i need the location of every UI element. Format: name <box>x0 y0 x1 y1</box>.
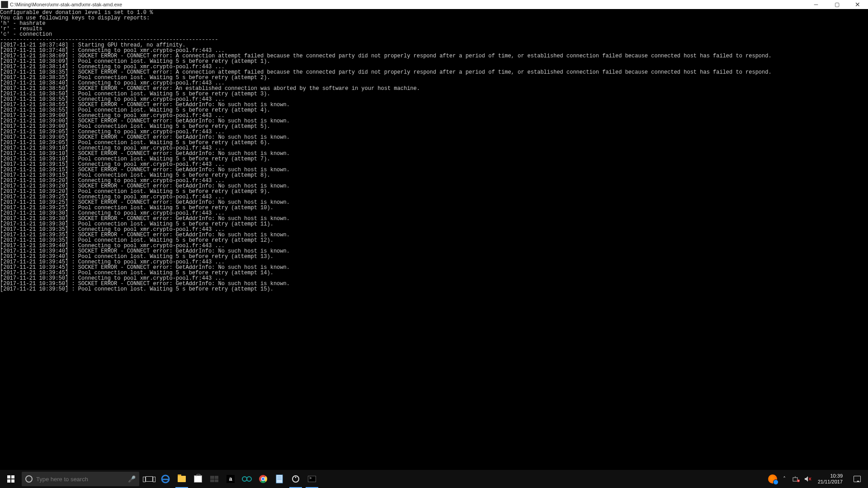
window-titlebar[interactable]: C:\Mining\Monero\xmr-stak-amd\xmr-stak-a… <box>0 0 868 9</box>
svg-text:✕: ✕ <box>797 479 799 482</box>
notepad-icon <box>275 474 283 483</box>
action-center-icon <box>854 476 861 482</box>
taskbar-amazon[interactable]: a <box>222 470 239 488</box>
console-line: [2017-11-21 10:39:50] : Pool connection … <box>0 286 868 292</box>
windows-logo-icon <box>7 475 14 483</box>
chevron-up-icon: ˄ <box>783 476 786 482</box>
dropbox-icon <box>210 476 218 482</box>
app-icon <box>1 1 8 8</box>
tray-network[interactable]: ✕ <box>792 470 801 488</box>
taskbar-edge[interactable] <box>157 470 174 488</box>
console-line: You can use following keys to display re… <box>0 15 868 21</box>
system-tray: ˄ ✕ 10:39 21/11/2017 <box>766 470 868 488</box>
svg-marker-20 <box>805 476 808 482</box>
taskbar-file-explorer[interactable] <box>174 470 190 488</box>
minimize-button[interactable]: ─ <box>806 0 826 9</box>
taskbar-arduino[interactable] <box>239 470 255 488</box>
tray-volume[interactable] <box>803 470 812 488</box>
search-input[interactable] <box>36 476 124 483</box>
taskbar-notepad[interactable] <box>271 470 288 488</box>
taskbar-clock[interactable]: 10:39 21/11/2017 <box>815 473 845 485</box>
action-center-button[interactable] <box>848 470 866 488</box>
taskbar-settings[interactable] <box>288 470 304 488</box>
svg-rect-12 <box>276 475 283 483</box>
svg-rect-3 <box>11 479 14 483</box>
console-output[interactable]: Configurable dev donation level is set t… <box>0 9 868 470</box>
taskbar-dropbox[interactable] <box>206 470 222 488</box>
command-prompt-icon <box>308 476 316 482</box>
tray-avast[interactable] <box>768 470 777 488</box>
clock-time: 10:39 <box>818 473 843 479</box>
svg-rect-1 <box>11 475 14 479</box>
folder-icon <box>178 476 186 482</box>
volume-mute-icon <box>804 476 811 482</box>
taskbar: 🎤 a ˄ ✕ 10:39 21/11/2017 <box>0 470 868 488</box>
svg-rect-0 <box>7 475 10 479</box>
svg-point-11 <box>262 478 264 480</box>
chrome-icon <box>259 474 268 483</box>
svg-rect-2 <box>7 479 10 483</box>
clock-date: 21/11/2017 <box>818 479 843 485</box>
maximize-button[interactable]: ▢ <box>826 0 847 9</box>
console-line: 'r' - results <box>0 26 868 32</box>
taskbar-microsoft-store[interactable] <box>190 470 206 488</box>
taskbar-command-prompt[interactable] <box>304 470 320 488</box>
gear-icon <box>292 475 299 483</box>
amazon-icon: a <box>226 475 235 483</box>
start-button[interactable] <box>0 470 22 488</box>
svg-rect-16 <box>793 478 797 481</box>
network-error-icon: ✕ <box>793 476 800 482</box>
task-view-icon <box>146 476 153 482</box>
avast-icon <box>768 474 777 483</box>
tray-show-hidden[interactable]: ˄ <box>780 470 789 488</box>
microphone-icon[interactable]: 🎤 <box>124 475 139 483</box>
cortana-icon[interactable] <box>22 475 36 483</box>
svg-point-5 <box>242 477 247 481</box>
arduino-icon <box>242 476 252 482</box>
taskbar-chrome[interactable] <box>255 470 271 488</box>
search-box[interactable]: 🎤 <box>22 472 139 486</box>
svg-point-6 <box>247 477 251 481</box>
window-title: C:\Mining\Monero\xmr-stak-amd\xmr-stak-a… <box>10 2 806 7</box>
console-line: 'h' - hashrate <box>0 21 868 26</box>
close-button[interactable]: ✕ <box>847 0 868 9</box>
store-icon <box>194 475 202 483</box>
taskbar-task-view[interactable] <box>141 470 157 488</box>
edge-icon <box>161 474 170 483</box>
